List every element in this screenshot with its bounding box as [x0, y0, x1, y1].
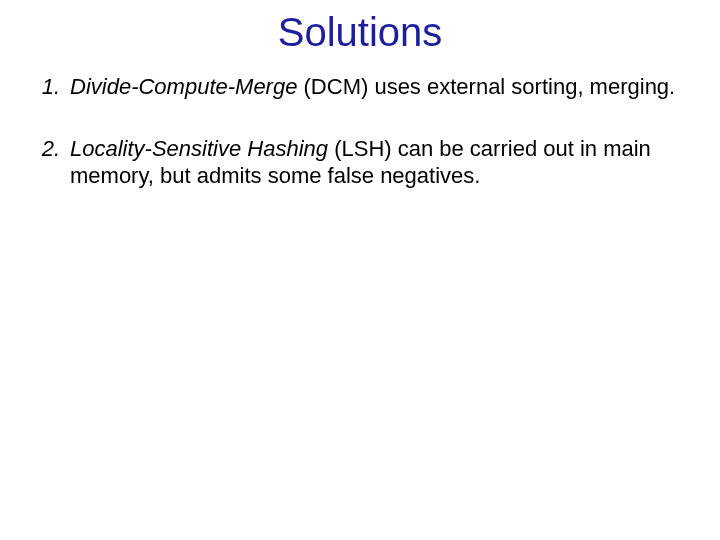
slide-title: Solutions [0, 0, 720, 55]
term: Locality-Sensitive Hashing [70, 136, 328, 161]
list-body: Divide-Compute-Merge (DCM) uses external… [70, 73, 680, 101]
list-number: 2. [28, 135, 70, 190]
list-item: 2. Locality-Sensitive Hashing (LSH) can … [28, 135, 680, 190]
rest-text: (DCM) uses external sorting, merging. [297, 74, 675, 99]
list-body: Locality-Sensitive Hashing (LSH) can be … [70, 135, 680, 190]
list-item: 1. Divide-Compute-Merge (DCM) uses exter… [28, 73, 680, 101]
slide: Solutions 1. Divide-Compute-Merge (DCM) … [0, 0, 720, 540]
list-number: 1. [28, 73, 70, 101]
bullet-list: 1. Divide-Compute-Merge (DCM) uses exter… [0, 73, 720, 190]
term: Divide-Compute-Merge [70, 74, 297, 99]
